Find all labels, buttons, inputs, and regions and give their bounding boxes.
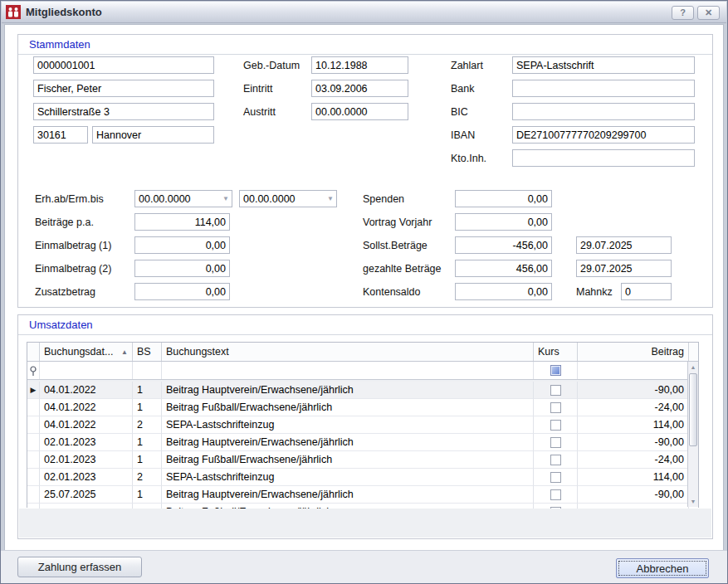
column-header-bs[interactable]: BS [133,343,162,361]
eintritt-label: Eintritt [243,83,272,95]
abbrechen-button[interactable]: Abbrechen [616,558,709,578]
kurs-checkbox[interactable] [550,402,561,413]
vortrag-vorjahr-label: Vortrag Vorjahr [363,217,432,228]
cell-bs: 1 [133,399,162,416]
table-row[interactable]: 02.01.20231Beitrag Fußball/Erwachsene/jä… [27,451,698,469]
mitgliedskonto-window: Mitgliedskonto ? ✕ Stammdaten Geb.-Datum… [0,0,728,584]
kurs-checkbox[interactable] [550,385,561,396]
geb-datum-field[interactable] [311,56,408,74]
cell-beitrag: -90,00 [578,382,689,399]
header-indicator-cell [27,343,40,361]
kto-inh-field[interactable] [512,149,695,167]
transactions-grid: Buchungsdat... ▲ BS Buchungstext Kurs Be… [27,342,699,508]
footer-bar: Zahlung erfassen Abbrechen [1,550,727,583]
zusatzbetrag-field[interactable] [134,283,230,300]
gezahlt-datum-field[interactable] [576,260,672,277]
city-field[interactable] [92,126,214,144]
einmalbetrag1-field[interactable] [134,236,230,254]
cell-kurs [534,451,578,469]
column-header-kurs[interactable]: Kurs [534,343,578,361]
filter-bs-cell[interactable] [133,362,162,379]
zip-field[interactable] [33,126,88,144]
einmalbetrag2-label: Einmalbetrag (2) [35,263,111,275]
grid-vertical-scrollbar[interactable]: ▲ ▼ [687,362,698,507]
gezahlte-betraege-field[interactable] [455,260,552,277]
column-header-buchungsdatum[interactable]: Buchungsdat... ▲ [40,343,133,361]
scroll-up-icon[interactable]: ▲ [688,362,698,372]
cell-buchungstext: Beitrag Fußball/Erwachsene/jährlich [162,451,534,469]
table-row[interactable]: 04.01.20222SEPA-Lastschrifteinzug114,00 [27,416,698,434]
cell-kurs [534,399,578,416]
abbrechen-button-label: Abbrechen [618,561,706,576]
member-id-field[interactable] [33,56,214,74]
stammdaten-title: Stammdaten [18,35,712,55]
sollst-datum-field[interactable] [576,236,672,254]
erm-bis-combo[interactable] [239,190,337,207]
mahnkz-field[interactable] [621,283,672,300]
bank-label: Bank [451,83,475,95]
spenden-field[interactable] [455,190,552,207]
filter-amount-cell[interactable] [578,362,689,379]
scrollbar-thumb[interactable] [689,373,697,446]
eintritt-field[interactable] [311,80,408,97]
beitraege-label: Beiträge p.a. [35,217,94,228]
kurs-checkbox[interactable] [550,420,561,431]
table-row[interactable]: 02.01.20231Beitrag Hauptverein/Erwachsen… [27,434,698,451]
stammdaten-group: Stammdaten Geb.-Datum Eintritt Austritt … [17,34,713,308]
row-indicator [27,399,40,416]
kurs-checkbox[interactable] [550,437,561,448]
row-indicator [27,469,40,486]
austritt-field[interactable] [311,103,408,120]
beitraege-field[interactable] [134,213,230,231]
bic-field[interactable] [512,103,695,120]
grid-header: Buchungsdat... ▲ BS Buchungstext Kurs Be… [27,343,698,362]
name-field[interactable] [33,80,214,97]
row-indicator [27,434,40,451]
row-indicator [27,486,40,504]
kurs-checkbox[interactable] [550,455,561,465]
table-row[interactable]: 25.07.20251Beitrag Hauptverein/Erwachsen… [27,486,698,504]
einmalbetrag2-field[interactable] [134,260,230,277]
kontensaldo-field[interactable] [455,283,552,300]
cell-buchungsdatum: 02.01.2023 [40,434,133,451]
kurs-filter-checkbox[interactable] [550,365,561,376]
spenden-label: Spenden [363,193,404,205]
kurs-checkbox[interactable] [550,489,561,500]
cell-beitrag: 114,00 [578,469,689,486]
zahlung-erfassen-button[interactable]: Zahlung erfassen [17,557,142,577]
window-title: Mitgliedskonto [26,6,102,18]
cell-bs: 2 [133,416,162,434]
cell-buchungstext: SEPA-Lastschrifteinzug [162,416,534,434]
cell-buchungsdatum: 02.01.2023 [40,451,133,469]
table-row[interactable]: ▶04.01.20221Beitrag Hauptverein/Erwachse… [27,382,698,399]
sollst-betraege-field[interactable] [455,236,552,254]
filter-date-cell[interactable] [40,362,133,379]
table-row[interactable]: 02.01.20232SEPA-Lastschrifteinzug114,00 [27,469,698,486]
bank-field[interactable] [512,80,695,97]
erh-ab-combo[interactable] [134,190,232,207]
filter-kurs-cell[interactable] [534,362,578,379]
close-button[interactable]: ✕ [697,6,720,20]
table-row[interactable]: 04.01.20221Beitrag Fußball/Erwachsene/jä… [27,399,698,416]
cell-beitrag: -90,00 [578,486,689,504]
filter-row[interactable] [27,362,698,380]
zahlart-field[interactable] [512,56,695,74]
cell-kurs [534,434,578,451]
column-header-beitrag[interactable]: Beitrag [578,343,689,361]
cell-buchungsdatum: 04.01.2022 [40,416,133,434]
scroll-down-icon[interactable]: ▼ [688,496,698,507]
vortrag-vorjahr-field[interactable] [455,213,552,231]
row-indicator [27,451,40,469]
title-bar[interactable]: Mitgliedskonto ? ✕ [2,2,726,23]
iban-field[interactable] [512,126,695,144]
filter-text-cell[interactable] [162,362,534,379]
street-field[interactable] [33,103,214,120]
column-header-buchungstext[interactable]: Buchungstext [162,343,534,361]
help-button[interactable]: ? [672,6,694,20]
cell-beitrag: 114,00 [578,416,689,434]
kurs-checkbox[interactable] [550,472,561,483]
row-indicator [27,416,40,434]
austritt-label: Austritt [243,106,276,118]
row-indicator: ▶ [27,382,40,399]
cell-buchungsdatum: 25.07.2025 [40,486,133,504]
